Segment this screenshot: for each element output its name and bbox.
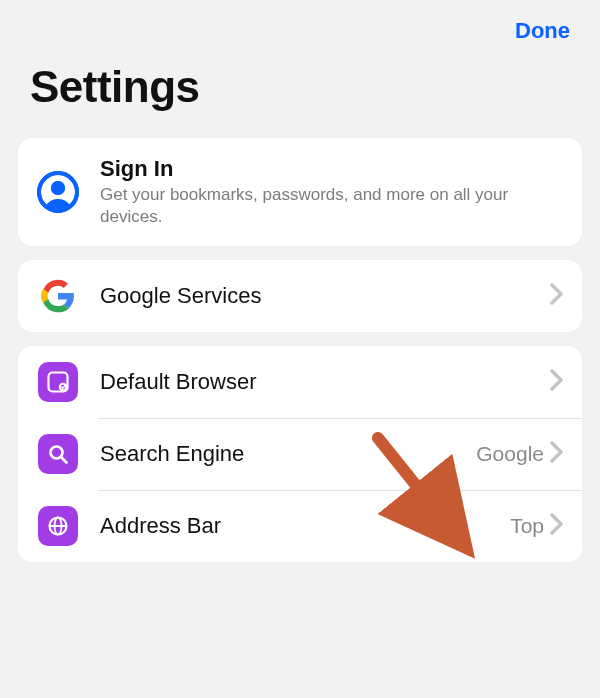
default-browser-icon: [36, 360, 80, 404]
chevron-right-icon: [550, 369, 564, 395]
search-engine-label: Search Engine: [100, 441, 476, 467]
default-browser-row[interactable]: Default Browser: [18, 346, 582, 418]
google-services-label: Google Services: [100, 283, 550, 309]
sign-in-row[interactable]: Sign In Get your bookmarks, passwords, a…: [18, 138, 582, 246]
services-group: Google Services: [18, 260, 582, 332]
chevron-right-icon: [550, 441, 564, 467]
default-browser-label: Default Browser: [100, 369, 550, 395]
search-engine-value: Google: [476, 442, 544, 466]
sign-in-label: Sign In: [100, 156, 564, 182]
address-bar-row[interactable]: Address Bar Top: [18, 490, 582, 562]
done-button[interactable]: Done: [515, 18, 570, 44]
svg-point-4: [51, 181, 65, 195]
account-group: Sign In Get your bookmarks, passwords, a…: [18, 138, 582, 246]
chevron-right-icon: [550, 513, 564, 539]
search-icon: [36, 432, 80, 476]
search-engine-row[interactable]: Search Engine Google: [18, 418, 582, 490]
globe-icon: [36, 504, 80, 548]
profile-icon: [36, 170, 80, 214]
address-bar-label: Address Bar: [100, 513, 510, 539]
preferences-group: Default Browser Search Engine Google: [18, 346, 582, 562]
sign-in-subtitle: Get your bookmarks, passwords, and more …: [100, 184, 564, 228]
google-logo-icon: [36, 274, 80, 318]
chevron-right-icon: [550, 283, 564, 309]
address-bar-value: Top: [510, 514, 544, 538]
page-title: Settings: [30, 62, 570, 112]
google-services-row[interactable]: Google Services: [18, 260, 582, 332]
svg-line-9: [61, 457, 67, 463]
